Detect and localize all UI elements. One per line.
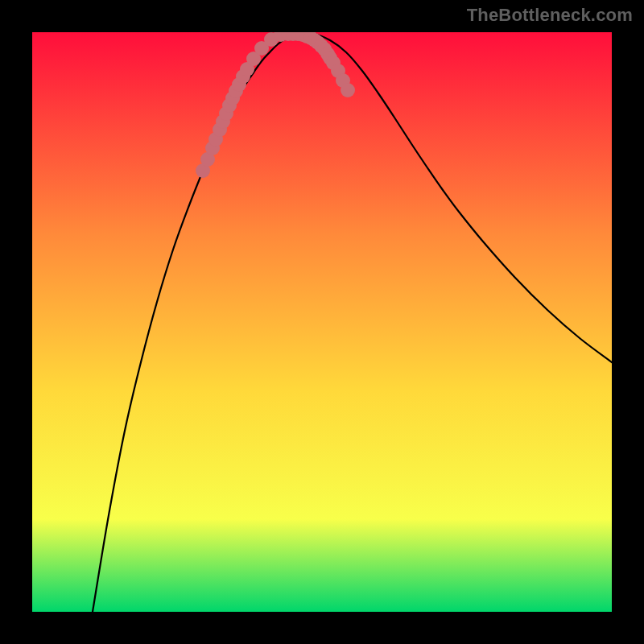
watermark-label: TheBottleneck.com xyxy=(467,5,633,26)
chart-svg xyxy=(32,32,612,612)
chart-stage: TheBottleneck.com xyxy=(0,0,644,644)
chart-plot-area xyxy=(32,32,612,612)
dot-point xyxy=(341,83,355,97)
chart-background xyxy=(32,32,612,612)
